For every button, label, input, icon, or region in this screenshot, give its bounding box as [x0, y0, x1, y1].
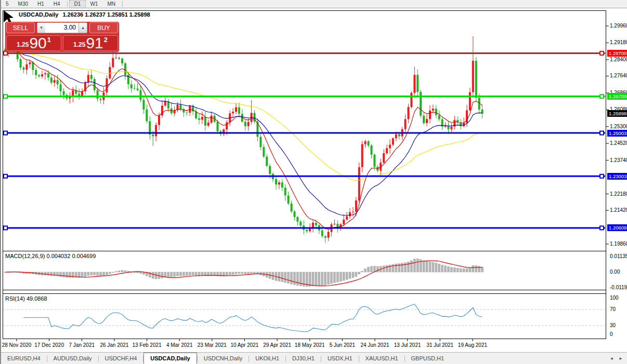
sell-price-pip-digit: 1 — [47, 36, 51, 44]
level-handle-icon[interactable] — [4, 174, 7, 178]
price-level-tag: 1.28700 — [607, 50, 627, 57]
level-handle-icon[interactable] — [4, 95, 7, 98]
chart-ohlc-values: 1.26236 1.26237 1.25851 1.25898 — [62, 11, 150, 18]
trade-panel-top-row: SELL ▼ 3.00 ▲ BUY — [5, 22, 119, 34]
chart-symbol-label: USDCAD,Daily — [19, 11, 58, 18]
level-handle-icon[interactable] — [600, 226, 604, 230]
rsi-line — [24, 304, 482, 332]
terminal-window: 5M30H1H4D1W1MN USDCAD,Daily1.26236 1.262… — [0, 0, 627, 364]
level-handle-icon[interactable] — [600, 51, 604, 55]
chart-title: USDCAD,Daily1.26236 1.26237 1.25851 1.25… — [19, 11, 150, 18]
macd-histogram — [4, 259, 484, 287]
price-level-tag: 1.23003 — [607, 173, 627, 180]
buy-price-prefix: 1.25 — [73, 41, 85, 48]
buy-button[interactable]: BUY — [89, 22, 118, 33]
level-handle-icon[interactable] — [4, 226, 7, 230]
sell-price-prefix: 1.25 — [17, 41, 29, 48]
candlestick-series — [4, 36, 484, 243]
sell-button[interactable]: SELL — [6, 22, 35, 33]
buy-price-display[interactable]: 1.25 91 2 — [63, 35, 118, 51]
sell-price-big-digits: 90 — [29, 36, 46, 50]
buy-price-pip-digit: 2 — [104, 36, 108, 44]
volume-increase-icon[interactable]: ▲ — [79, 22, 87, 33]
volume-input[interactable]: 3.00 — [45, 22, 79, 33]
buy-price-big-digits: 91 — [86, 36, 103, 50]
one-click-trade-panel: SELL ▼ 3.00 ▲ BUY 1.25 90 1 1.25 91 2 — [5, 22, 119, 52]
moving-average-55 — [5, 51, 482, 181]
macd-indicator-label: MACD(12,26,9) 0.004032 0.004699 — [5, 253, 96, 259]
level-handle-icon[interactable] — [4, 131, 7, 135]
price-level-tag: 1.25003 — [607, 130, 627, 137]
price-level-tag: 1.26700 — [607, 93, 627, 100]
chart-canvas[interactable] — [1, 0, 627, 364]
level-handle-icon[interactable] — [600, 95, 604, 98]
price-level-tag: 1.25898 — [607, 110, 627, 117]
level-handle-icon[interactable] — [600, 131, 604, 135]
sell-price-display[interactable]: 1.25 90 1 — [6, 35, 61, 51]
level-handle-icon[interactable] — [600, 174, 604, 178]
moving-average-8 — [5, 49, 482, 229]
price-level-tag: 1.20609 — [607, 224, 627, 231]
rsi-indicator-label: RSI(14) 49.0868 — [5, 295, 47, 302]
volume-decrease-icon[interactable]: ▼ — [37, 22, 46, 33]
